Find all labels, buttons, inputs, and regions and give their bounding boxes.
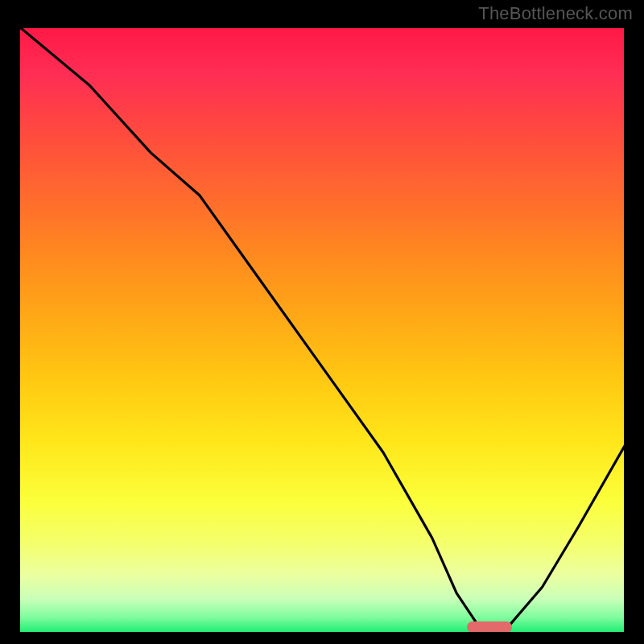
plot-bottom-border: [16, 632, 628, 636]
plot-area: [16, 24, 628, 636]
chart-container: TheBottleneck.com: [0, 0, 644, 644]
watermark-text: TheBottleneck.com: [478, 3, 633, 24]
optimal-marker: [467, 621, 512, 633]
background-gradient: [16, 24, 628, 636]
